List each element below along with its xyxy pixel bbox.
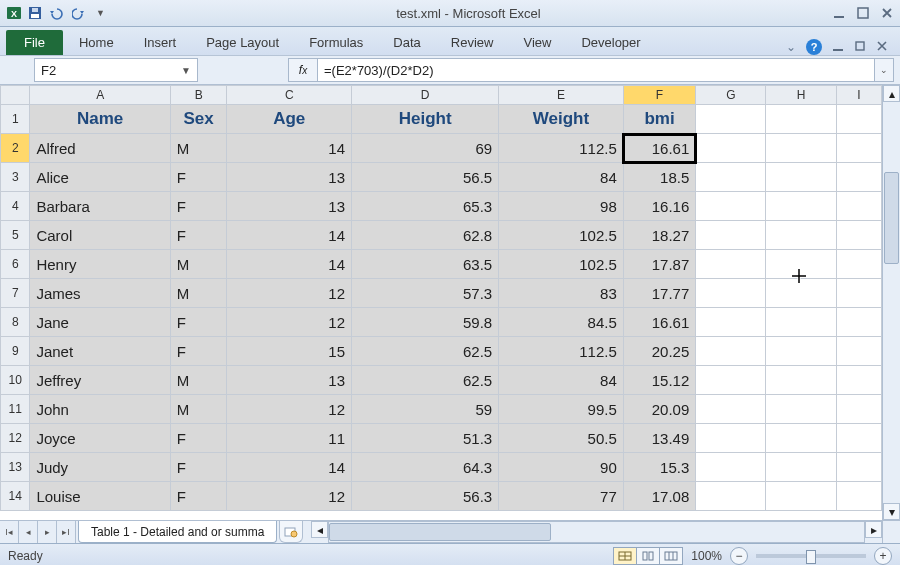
undo-icon[interactable] xyxy=(48,6,66,20)
cell-D6[interactable]: 63.5 xyxy=(352,250,499,279)
name-box[interactable]: F2 ▼ xyxy=(34,58,198,82)
cell-A12[interactable]: Joyce xyxy=(30,424,170,453)
scroll-up-icon[interactable]: ▴ xyxy=(883,85,900,102)
ribbon-tab-developer[interactable]: Developer xyxy=(567,30,654,55)
horizontal-scrollbar[interactable]: ◂ ▸ xyxy=(311,521,882,543)
ribbon-tab-formulas[interactable]: Formulas xyxy=(295,30,377,55)
cell-G4[interactable] xyxy=(696,192,766,221)
cell-F7[interactable]: 17.77 xyxy=(623,279,695,308)
cell-D7[interactable]: 57.3 xyxy=(352,279,499,308)
cell-C1[interactable]: Age xyxy=(227,105,352,134)
cell-H13[interactable] xyxy=(766,453,836,482)
cell-G12[interactable] xyxy=(696,424,766,453)
cell-B1[interactable]: Sex xyxy=(170,105,227,134)
ribbon-tab-page-layout[interactable]: Page Layout xyxy=(192,30,293,55)
zoom-in-icon[interactable]: + xyxy=(874,547,892,565)
sheet-tab[interactable]: Table 1 - Detailed and or summa xyxy=(78,521,277,543)
cell-G5[interactable] xyxy=(696,221,766,250)
vertical-scrollbar[interactable]: ▴ ▾ xyxy=(882,85,900,520)
cell-H1[interactable] xyxy=(766,105,836,134)
cell-H9[interactable] xyxy=(766,337,836,366)
cell-I4[interactable] xyxy=(836,192,881,221)
cell-B13[interactable]: F xyxy=(170,453,227,482)
window-restore-inner-icon[interactable] xyxy=(854,40,866,55)
cell-I13[interactable] xyxy=(836,453,881,482)
cell-B11[interactable]: M xyxy=(170,395,227,424)
cell-I3[interactable] xyxy=(836,163,881,192)
view-page-break-icon[interactable] xyxy=(659,547,683,565)
cell-C13[interactable]: 14 xyxy=(227,453,352,482)
cell-H6[interactable] xyxy=(766,250,836,279)
cell-C12[interactable]: 11 xyxy=(227,424,352,453)
cell-G10[interactable] xyxy=(696,366,766,395)
ribbon-tab-home[interactable]: Home xyxy=(65,30,128,55)
cell-D2[interactable]: 69 xyxy=(352,134,499,163)
cell-E12[interactable]: 50.5 xyxy=(499,424,624,453)
maximize-icon[interactable] xyxy=(856,6,870,20)
cell-E5[interactable]: 102.5 xyxy=(499,221,624,250)
cell-I14[interactable] xyxy=(836,482,881,511)
cell-C8[interactable]: 12 xyxy=(227,308,352,337)
cell-I2[interactable] xyxy=(836,134,881,163)
sheet-nav-next-icon[interactable]: ▸ xyxy=(38,521,57,543)
cell-D3[interactable]: 56.5 xyxy=(352,163,499,192)
cell-H11[interactable] xyxy=(766,395,836,424)
cell-B3[interactable]: F xyxy=(170,163,227,192)
cell-G7[interactable] xyxy=(696,279,766,308)
ribbon-tab-insert[interactable]: Insert xyxy=(130,30,191,55)
cell-F4[interactable]: 16.16 xyxy=(623,192,695,221)
cell-A3[interactable]: Alice xyxy=(30,163,170,192)
name-box-dropdown-icon[interactable]: ▼ xyxy=(181,65,191,76)
cell-F1[interactable]: bmi xyxy=(623,105,695,134)
cell-D4[interactable]: 65.3 xyxy=(352,192,499,221)
window-close-inner-icon[interactable] xyxy=(876,40,888,55)
cell-G3[interactable] xyxy=(696,163,766,192)
cell-A5[interactable]: Carol xyxy=(30,221,170,250)
cell-C4[interactable]: 13 xyxy=(227,192,352,221)
cell-B6[interactable]: M xyxy=(170,250,227,279)
cell-D12[interactable]: 51.3 xyxy=(352,424,499,453)
cell-A1[interactable]: Name xyxy=(30,105,170,134)
cell-I6[interactable] xyxy=(836,250,881,279)
zoom-slider[interactable] xyxy=(756,554,866,558)
cell-H10[interactable] xyxy=(766,366,836,395)
cell-E11[interactable]: 99.5 xyxy=(499,395,624,424)
row-header-10[interactable]: 10 xyxy=(1,366,30,395)
scroll-thumb-horizontal[interactable] xyxy=(329,523,551,541)
column-header-B[interactable]: B xyxy=(170,86,227,105)
cell-H3[interactable] xyxy=(766,163,836,192)
cell-D11[interactable]: 59 xyxy=(352,395,499,424)
column-header-F[interactable]: F xyxy=(623,86,695,105)
ribbon-minimize-icon[interactable]: ⌄ xyxy=(786,40,796,54)
sheet-nav-first-icon[interactable]: I◂ xyxy=(0,521,19,543)
view-page-layout-icon[interactable] xyxy=(636,547,660,565)
cell-H2[interactable] xyxy=(766,134,836,163)
column-header-G[interactable]: G xyxy=(696,86,766,105)
scroll-left-icon[interactable]: ◂ xyxy=(311,521,328,538)
cell-H8[interactable] xyxy=(766,308,836,337)
cell-B10[interactable]: M xyxy=(170,366,227,395)
row-header-7[interactable]: 7 xyxy=(1,279,30,308)
worksheet-grid[interactable]: ABCDEFGHI1NameSexAgeHeightWeightbmi2Alfr… xyxy=(0,85,882,520)
cell-F5[interactable]: 18.27 xyxy=(623,221,695,250)
cell-B7[interactable]: M xyxy=(170,279,227,308)
cell-F14[interactable]: 17.08 xyxy=(623,482,695,511)
cell-H12[interactable] xyxy=(766,424,836,453)
row-header-4[interactable]: 4 xyxy=(1,192,30,221)
scroll-right-icon[interactable]: ▸ xyxy=(865,521,882,538)
zoom-slider-knob[interactable] xyxy=(806,550,816,564)
cell-I11[interactable] xyxy=(836,395,881,424)
cell-F12[interactable]: 13.49 xyxy=(623,424,695,453)
scroll-thumb-vertical[interactable] xyxy=(884,172,899,264)
cell-F2[interactable]: 16.61 xyxy=(623,134,695,163)
cell-B12[interactable]: F xyxy=(170,424,227,453)
cell-E6[interactable]: 102.5 xyxy=(499,250,624,279)
cell-A6[interactable]: Henry xyxy=(30,250,170,279)
cell-A2[interactable]: Alfred xyxy=(30,134,170,163)
cell-G11[interactable] xyxy=(696,395,766,424)
row-header-14[interactable]: 14 xyxy=(1,482,30,511)
row-header-3[interactable]: 3 xyxy=(1,163,30,192)
minimize-icon[interactable] xyxy=(832,6,846,20)
row-header-6[interactable]: 6 xyxy=(1,250,30,279)
column-header-D[interactable]: D xyxy=(352,86,499,105)
